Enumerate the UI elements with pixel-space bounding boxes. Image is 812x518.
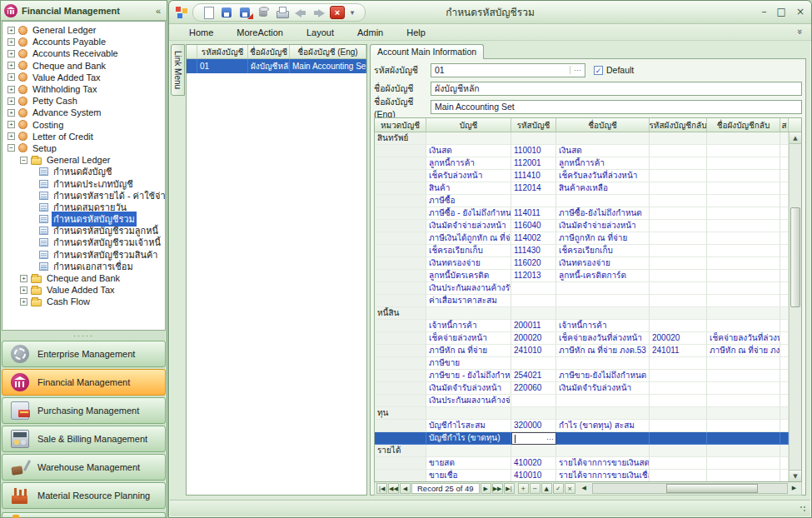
back-button[interactable] — [293, 6, 308, 19]
expand-collapse-box[interactable]: + — [7, 109, 15, 117]
column-header-reverse-code[interactable]: รหัสผังบัญชีกลับ — [650, 118, 707, 132]
expand-collapse-box[interactable]: + — [7, 27, 15, 34]
module-button[interactable]: Enterprise Management — [2, 341, 166, 367]
table-row[interactable]: หนี้สิน — [375, 307, 789, 320]
table-row[interactable]: ค่าเสื่อมราคาสะสม — [375, 295, 789, 307]
navigator-button[interactable]: |◀ — [376, 483, 387, 494]
menu-item[interactable]: Layout — [295, 27, 346, 37]
chart-name-eng-input[interactable]: Main Accounting Set — [431, 100, 802, 114]
tree-item[interactable]: + Costing — [2, 119, 165, 131]
module-button[interactable]: Financial Management — [2, 369, 166, 396]
table-row[interactable]: สินทรัพย์ — [375, 132, 789, 145]
tree-item[interactable]: + Accounts Payable — [2, 36, 165, 47]
table-row[interactable]: บัญชีกำไรสะสม 320000 กำไร (ขาดทุน) สะสม — [375, 420, 789, 432]
navigator-edit-button[interactable]: − — [530, 483, 541, 494]
save-button[interactable] — [220, 6, 235, 19]
expand-collapse-box[interactable]: − — [20, 157, 27, 164]
partial-module-button[interactable] — [2, 512, 166, 517]
navigator-edit-button[interactable]: × — [565, 483, 575, 494]
tab-account-main-information[interactable]: Account Main Information — [370, 44, 484, 59]
navigator-edit-button[interactable]: ✓ — [553, 483, 564, 494]
table-row[interactable]: บัญชีกำไร (ขาดทุน) — [375, 432, 789, 445]
sidebar-collapse-button[interactable]: « — [153, 6, 163, 16]
table-row[interactable]: เจ้าหนี้การค้า 200011 เจ้าหนี้การค้า — [375, 320, 789, 332]
save-close-button[interactable] — [238, 6, 253, 19]
expand-collapse-box[interactable]: + — [20, 298, 27, 306]
column-header-category[interactable]: หมวดบัญชี — [375, 118, 426, 132]
table-row[interactable]: เงินมัดจำจ่ายล่วงหน้า 116040 เงินมัดจำจ่… — [375, 220, 789, 232]
forward-button[interactable] — [311, 6, 326, 19]
table-row[interactable]: ลูกหนี้การค้า 112001 ลูกหนี้การค้า — [375, 157, 789, 170]
expand-collapse-box[interactable]: − — [7, 144, 15, 152]
table-row[interactable]: ภาษีหัก ณ ที่จ่าย 241010 ภาษีหัก ณ ที่จ่… — [375, 345, 789, 357]
table-row[interactable]: ภาษีซื้อ - ยังไม่ถึงกำหนด 114011 ภาษีซื้… — [375, 207, 789, 220]
scroll-up-icon[interactable]: ▲ — [790, 132, 801, 144]
menu-item[interactable]: Home — [177, 27, 225, 37]
tree-item[interactable]: + Letter of Credit — [2, 131, 165, 142]
tree-item[interactable]: + Cash Flow — [2, 296, 165, 307]
toolbar-options-chevron[interactable]: ▾ — [348, 6, 356, 19]
scroll-down-icon[interactable]: ▼ — [790, 470, 801, 481]
column-header-account-name[interactable]: ชื่อบัญชี — [556, 118, 650, 132]
table-row[interactable]: สินค้า 112014 สินค้าคงเหลือ — [375, 182, 789, 195]
table-row[interactable]: ขายเชื่อ 410010 รายได้จากการขายเงินเชื่อ — [375, 470, 789, 481]
column-header-partial[interactable]: ส — [780, 118, 789, 132]
table-row[interactable]: ภาษีเงินได้ถูกหัก ณ ที่จ่าย 114002 ภาษีถ… — [375, 232, 789, 245]
table-row[interactable]: เช็ครอเรียกเก็บ 111430 เช็ครอเรียกเก็บ — [375, 245, 789, 257]
table-row[interactable]: ทุน — [375, 407, 789, 420]
expand-collapse-box[interactable]: + — [7, 73, 15, 81]
hscroll-left-icon[interactable]: ◀ — [579, 483, 590, 494]
module-button[interactable]: Purchasing Management — [2, 397, 166, 424]
column-header-indicator[interactable] — [187, 45, 197, 58]
expand-collapse-box[interactable]: + — [7, 38, 15, 46]
table-row[interactable]: เงินมัดจำรับล่วงหน้า 220060 เงินมัดจำรับ… — [375, 382, 789, 395]
tree-item[interactable]: + Value Added Tax — [2, 72, 165, 83]
navigator-button[interactable]: ▶| — [504, 483, 515, 494]
table-row[interactable]: ขายสด 410020 รายได้จากการขายเงินสด — [375, 457, 789, 470]
table-row[interactable]: ภาษีซื้อ — [375, 195, 789, 207]
resize-grip[interactable] — [800, 506, 808, 514]
tree-item[interactable]: กำหนดเอกสารเชื่อม — [2, 261, 165, 272]
table-row[interactable]: เช็ครับล่วงหน้า 111410 เช็ครับลงวันที่ล่… — [375, 170, 789, 182]
minimize-button[interactable]: – — [762, 6, 767, 17]
expand-collapse-box[interactable]: + — [7, 50, 15, 57]
horizontal-scroll-thumb[interactable] — [666, 484, 758, 493]
module-button[interactable]: Material Resource Planning — [2, 482, 166, 509]
expand-collapse-box[interactable]: + — [7, 121, 15, 128]
chart-name-input[interactable]: ผังบัญชีหลัก — [431, 82, 802, 96]
delete-button[interactable] — [257, 6, 271, 19]
table-row[interactable]: เงินประกันผลงานค้างจ่าย — [375, 395, 789, 407]
tree-item[interactable]: + Cheque and Bank — [2, 60, 165, 72]
table-row[interactable]: เช็คจ่ายล่วงหน้า 200020 เช็คจ่ายลงวันที่… — [375, 332, 789, 345]
expand-collapse-box[interactable]: + — [20, 275, 27, 282]
module-button[interactable]: Sale & Billing Management — [2, 426, 166, 452]
expand-collapse-box[interactable]: + — [7, 132, 15, 140]
column-header-account[interactable]: บัญชี — [426, 118, 511, 132]
horizontal-scrollbar[interactable] — [592, 483, 788, 494]
expand-collapse-box[interactable]: + — [7, 97, 15, 105]
tree-item[interactable]: + Petty Cash — [2, 95, 165, 107]
default-checkbox[interactable]: ✓ Default — [594, 65, 634, 75]
expand-collapse-box[interactable]: + — [7, 62, 15, 69]
tree-item[interactable]: − Setup — [2, 142, 165, 154]
close-window-button[interactable]: × — [330, 6, 345, 19]
sidebar-splitter[interactable]: ····· — [1, 331, 167, 341]
close-button[interactable]: × — [796, 6, 805, 17]
menu-item[interactable]: MoreAction — [225, 27, 295, 37]
menu-item[interactable]: Help — [395, 27, 437, 37]
tree-item[interactable]: + General Ledger — [2, 24, 165, 36]
navigator-edit-button[interactable]: + — [518, 483, 529, 494]
hscroll-right-icon[interactable]: ▶ — [789, 483, 800, 494]
chart-code-input[interactable]: 01 ··· — [431, 63, 585, 77]
table-row[interactable]: ภาษีขาย - ยังไม่ถึงกำหนด 254021 ภาษีขาย-… — [375, 370, 789, 382]
column-header-chart-name-eng[interactable]: ชื่อผังบัญชี (Eng) — [290, 45, 366, 58]
menu-item[interactable]: Admin — [346, 27, 395, 37]
maximize-button[interactable]: □ — [777, 6, 786, 17]
column-header-chart-code[interactable]: รหัสผังบัญชี — [197, 45, 248, 58]
module-button[interactable]: Warehouse Management — [2, 454, 166, 481]
vertical-scrollbar[interactable]: ▲ ▼ — [789, 132, 801, 481]
table-row[interactable]: เงินทดรองจ่าย 116020 เงินทดรองจ่าย — [375, 257, 789, 270]
tree-item[interactable]: + Withholding Tax — [2, 83, 165, 95]
new-document-button[interactable] — [202, 6, 217, 19]
chart-list-row-selected[interactable]: 01 ผังบัญชีหลัก Main Accounting Set — [187, 59, 366, 73]
